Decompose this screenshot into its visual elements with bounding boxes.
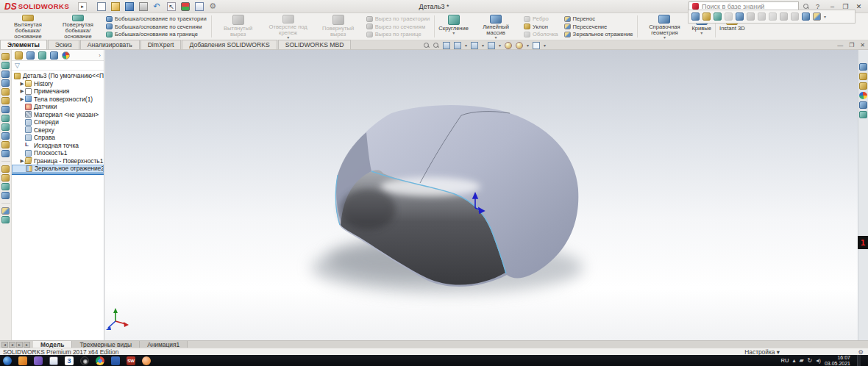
new-file-icon[interactable]	[97, 2, 106, 11]
search-icon[interactable]	[803, 4, 809, 10]
tray-sync-icon[interactable]: ↻	[808, 357, 813, 364]
undo-icon[interactable]: ↶	[153, 2, 162, 11]
appearances-icon[interactable]	[859, 92, 867, 99]
menu-flyout-button[interactable]: ▸	[78, 2, 87, 11]
taskbar-dark-app-icon[interactable]	[80, 356, 89, 365]
mini-toolbar-icon[interactable]	[791, 12, 799, 21]
surface-tool-icon[interactable]	[1, 97, 10, 104]
doc-restore-button[interactable]: ❐	[849, 42, 854, 49]
taskbar-chrome-icon[interactable]	[96, 356, 104, 365]
surface-tool-icon[interactable]	[1, 132, 10, 140]
tab-nav-prev[interactable]: ◄	[9, 342, 15, 348]
tree-item-origin[interactable]: L Исходная точка	[12, 142, 104, 150]
tab-sketch[interactable]: Эскиз	[48, 40, 79, 49]
tray-flag-icon[interactable]: ▰	[799, 357, 803, 364]
customize-status[interactable]: Настройка ▾	[744, 348, 780, 356]
lofted-cut-button[interactable]: Вырез по сечениям	[366, 24, 430, 30]
edit-appearance-icon[interactable]	[505, 42, 512, 49]
tab-nav-first[interactable]: ◄	[1, 342, 8, 348]
shell-button[interactable]: Оболочка	[524, 31, 558, 37]
extruded-boss-button[interactable]: Вытянутая бобышка/основание	[3, 13, 53, 40]
tree-item-mirror[interactable]: Зеркальное отражение2	[12, 165, 104, 173]
taskbar-viber-icon[interactable]	[34, 356, 43, 365]
language-indicator[interactable]: RU	[780, 357, 789, 364]
hole-wizard-button[interactable]: Отверстие под крепеж ▾	[263, 13, 313, 40]
mini-toolbar-icon[interactable]	[725, 12, 733, 21]
file-explorer-icon[interactable]	[859, 82, 867, 90]
view-palette-icon[interactable]	[859, 101, 867, 109]
mini-toolbar-icon[interactable]	[736, 12, 744, 21]
surface-tool-icon[interactable]	[1, 150, 10, 157]
file-properties-icon[interactable]	[195, 2, 204, 11]
display-style-icon[interactable]	[488, 42, 495, 49]
surface-tool-icon[interactable]	[1, 216, 10, 223]
surface-tool-icon[interactable]	[1, 207, 10, 215]
tab-mbd[interactable]: SOLIDWORKS MBD	[278, 40, 352, 49]
help-button[interactable]: ?	[814, 3, 822, 10]
surface-tool-icon[interactable]	[1, 115, 10, 122]
surface-tool-icon[interactable]	[1, 106, 10, 113]
tab-nav-next[interactable]: ►	[16, 342, 23, 348]
tab-addins[interactable]: Добавления SOLIDWORKS	[182, 40, 277, 49]
dimxpert-manager-tab-icon[interactable]	[50, 51, 58, 60]
taskbar-commander-icon[interactable]	[111, 356, 120, 365]
property-manager-tab-icon[interactable]	[26, 51, 35, 60]
tree-item-right-plane[interactable]: Справа	[12, 134, 104, 142]
boundary-cut-button[interactable]: Вырез по границе	[366, 31, 430, 37]
tab-features[interactable]: Элементы	[0, 40, 47, 49]
surface-tool-icon[interactable]	[1, 53, 10, 60]
tab-animation1[interactable]: Анимация1	[140, 341, 188, 348]
tree-item-top-plane[interactable]: Сверху	[12, 126, 104, 134]
tree-item-annotations[interactable]: ▶ Примечания	[12, 87, 104, 96]
tray-expand-icon[interactable]: ▴	[792, 357, 795, 364]
fillet-button[interactable]: Скругление ▾	[436, 13, 471, 40]
boundary-boss-button[interactable]: Бобышка/основание на границе	[106, 31, 207, 37]
open-icon[interactable]	[111, 2, 120, 11]
taskbar-media-player-icon[interactable]	[18, 356, 27, 365]
view-orientation-icon[interactable]	[471, 42, 478, 49]
surface-tool-icon[interactable]	[1, 183, 10, 190]
tab-evaluate[interactable]: Анализировать	[80, 40, 140, 49]
mini-toolbar-icon[interactable]	[769, 12, 777, 21]
options-gear-icon[interactable]: ⚙	[209, 2, 218, 11]
select-icon[interactable]: ↖	[167, 2, 176, 11]
taskbar-bandicam-icon[interactable]: 3	[65, 356, 74, 365]
mirror-button[interactable]: Зеркальное отражение	[564, 31, 633, 37]
show-desktop-button[interactable]	[857, 355, 861, 366]
rib-button[interactable]: Ребро	[524, 15, 558, 22]
view-settings-icon[interactable]	[533, 42, 540, 49]
surface-tool-icon[interactable]	[1, 123, 10, 131]
status-gear-icon[interactable]: ⚙	[858, 348, 864, 356]
surface-tool-icon[interactable]	[1, 141, 10, 148]
mini-toolbar-icon[interactable]	[714, 12, 722, 21]
tab-dimxpert[interactable]: DimXpert	[140, 40, 182, 49]
tab-model[interactable]: Модель	[33, 341, 72, 348]
zoom-to-area-icon[interactable]	[433, 43, 439, 49]
taskbar-solidworks-icon[interactable]: SW	[127, 356, 135, 365]
tree-item-plane1[interactable]: Плоскость1	[12, 149, 104, 157]
swept-cut-button[interactable]: Вырез по траектории	[366, 15, 430, 22]
doc-minimize-button[interactable]: —	[837, 42, 843, 49]
surface-tool-icon[interactable]	[1, 71, 10, 78]
previous-view-icon[interactable]	[443, 42, 450, 49]
mini-toolbar-icon[interactable]	[758, 12, 766, 21]
tree-root[interactable]: Деталь3 (По умолчанию<<По умолча	[12, 72, 104, 80]
tree-item-boundary-surface[interactable]: ▶ Граница - Поверхность1	[12, 157, 104, 165]
tree-item-front-plane[interactable]: Спереди	[12, 118, 104, 126]
reference-geometry-button[interactable]: Справочная геометрия ▾	[639, 13, 689, 40]
move-button[interactable]: Перенос	[564, 15, 633, 22]
solidworks-resources-icon[interactable]	[859, 63, 867, 71]
configuration-manager-tab-icon[interactable]	[38, 51, 46, 60]
surface-tool-icon[interactable]	[1, 174, 10, 182]
display-manager-tab-icon[interactable]	[62, 51, 70, 60]
taskbar-document-app-icon[interactable]	[49, 356, 58, 365]
surface-tool-icon[interactable]	[1, 165, 10, 173]
taskbar-recorder-icon[interactable]	[142, 356, 151, 365]
lofted-boss-button[interactable]: Бобышка/основание по сечениям	[106, 24, 207, 30]
tree-item-sensors[interactable]: Датчики	[12, 103, 104, 111]
print-icon[interactable]	[139, 2, 148, 11]
start-button[interactable]	[3, 356, 12, 365]
mini-toolbar-icon[interactable]	[747, 12, 755, 21]
panel-expand-chevron[interactable]: ›	[99, 52, 101, 59]
rebuild-icon[interactable]	[181, 2, 190, 11]
